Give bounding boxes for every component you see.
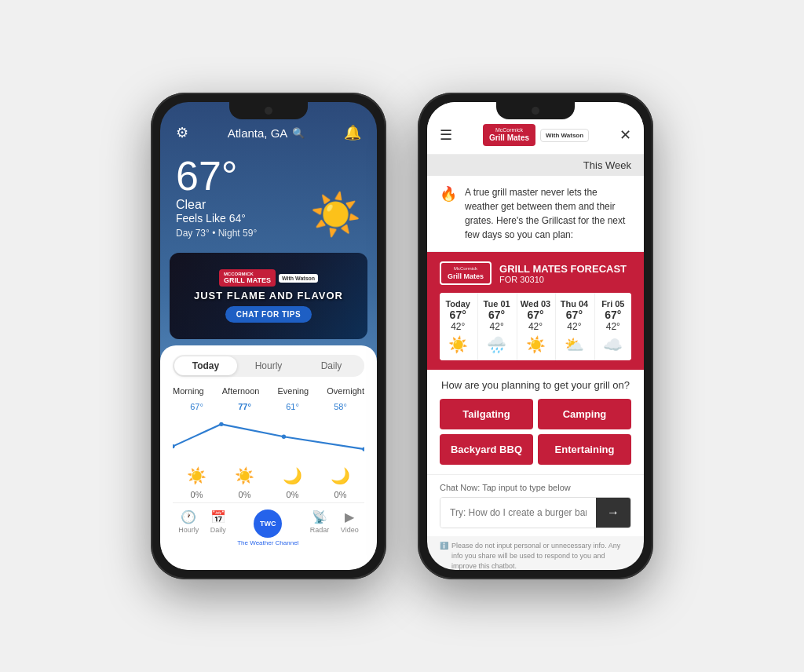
grillmates-screen: ☰ McCormick Grill Mates With Watson ✕ Th…	[427, 102, 644, 570]
day-icon-3: ⛅	[559, 335, 589, 354]
day-label-3: Thu 04	[559, 299, 589, 309]
nav-video-label: Video	[341, 526, 359, 534]
day-low-4: 42°	[598, 321, 628, 332]
icon-afternoon: ☀️	[221, 466, 269, 485]
banner-tagline: JUST FLAME AND FLAVOR	[194, 290, 343, 301]
grill-logo-badge: McCormick Grill Mates	[219, 269, 276, 287]
forecast-title-block: GRILL MATES FORECAST FOR 30310	[499, 263, 627, 284]
day-high-4: 67°	[598, 309, 628, 321]
tab-daily[interactable]: Daily	[300, 356, 363, 375]
weather-channel-icon: TWC	[254, 509, 282, 538]
temp-morning: 67°	[173, 402, 221, 411]
settings-icon[interactable]: ⚙	[176, 124, 188, 141]
label-evening: Evening	[277, 386, 309, 396]
day-high-2: 67°	[521, 309, 550, 321]
nav-radar[interactable]: 📡 Radar	[310, 509, 330, 546]
svg-point-2	[282, 435, 286, 439]
choice-camping[interactable]: Camping	[538, 399, 631, 429]
temp-evening: 61°	[269, 402, 316, 411]
nav-hourly[interactable]: 🕐 Hourly	[178, 509, 199, 546]
choice-backyard-bbq[interactable]: Backyard BBQ	[440, 434, 533, 465]
precip-afternoon: 0%	[221, 490, 269, 499]
chat-input-row: →	[440, 497, 631, 528]
camera	[265, 107, 272, 115]
disclaimer-text: ℹ️ Please do not input personal or unnec…	[427, 536, 644, 570]
current-weather: 67° Clear Feels Like 64° Day 73° • Night…	[160, 148, 377, 247]
gm-intro: 🔥 A true grill master never lets the wea…	[427, 176, 644, 252]
forecast-day-0: Today 67° 42° ☀️	[440, 293, 476, 360]
weather-detail-panel: Today Hourly Daily Morning Afternoon Eve…	[160, 345, 377, 570]
nav-twc-label: The Weather Channel	[237, 539, 298, 546]
temp-afternoon: 77°	[221, 402, 269, 411]
forecast-section: McCormick Grill Mates GRILL MATES FORECA…	[427, 252, 644, 370]
search-icon[interactable]: 🔍	[292, 127, 305, 139]
forecast-grid: Today 67° 42° ☀️ Tue 01 67° 42° 🌧️	[440, 293, 631, 360]
precipitation-row: 0% 0% 0% 0%	[173, 490, 364, 499]
svg-point-3	[362, 447, 364, 451]
grill-icon: 🔥	[440, 185, 457, 203]
forecast-day-2: Wed 03 67° 42° ☀️	[517, 293, 554, 360]
mccormick-text: McCormick	[489, 127, 529, 133]
day-label-1: Tue 01	[481, 299, 511, 309]
precip-morning: 0%	[173, 490, 221, 499]
nav-daily[interactable]: 📅 Daily	[210, 509, 226, 546]
icon-morning: ☀️	[173, 466, 221, 485]
bottom-navigation: 🕐 Hourly 📅 Daily TWC The Weather Channel	[173, 502, 364, 550]
choice-entertaining[interactable]: Entertaining	[538, 434, 631, 465]
forecast-logo: McCormick Grill Mates	[440, 261, 492, 285]
grill-choice-section: How are you planning to get your grill o…	[427, 370, 644, 474]
info-icon: ℹ️	[440, 541, 448, 570]
time-labels: Morning Afternoon Evening Overnight	[173, 386, 364, 396]
label-morning: Morning	[173, 386, 204, 396]
nav-weather-channel[interactable]: TWC The Weather Channel	[237, 509, 298, 546]
location-label[interactable]: Atlanta, GA 🔍	[228, 126, 305, 140]
day-icon-1: 🌧️	[481, 335, 511, 354]
tab-hourly[interactable]: Hourly	[237, 356, 300, 375]
day-high-3: 67°	[559, 309, 589, 321]
svg-point-1	[219, 422, 223, 426]
day-low-2: 42°	[521, 321, 550, 332]
choice-tailgating[interactable]: Tailgating	[440, 399, 533, 429]
bell-icon[interactable]: 🔔	[344, 124, 361, 141]
label-afternoon: Afternoon	[222, 386, 260, 396]
grill-mates-banner[interactable]: McCormick Grill Mates With Watson JUST F…	[170, 253, 367, 339]
this-week-bar: This Week	[427, 155, 644, 176]
grillmates-phone: ☰ McCormick Grill Mates With Watson ✕ Th…	[418, 93, 653, 579]
forecast-header: McCormick Grill Mates GRILL MATES FORECA…	[440, 261, 631, 285]
intro-text: A true grill master never lets the weath…	[465, 185, 631, 242]
grill-mates-logo-badge: McCormick Grill Mates	[483, 124, 535, 146]
precip-overnight: 0%	[316, 490, 364, 499]
choice-grid: Tailgating Camping Backyard BBQ Entertai…	[440, 399, 631, 465]
forecast-day-4: Fri 05 67° 42° ☁️	[594, 293, 631, 360]
notch	[229, 102, 308, 119]
location-text: Atlanta, GA	[228, 126, 288, 140]
day-label-2: Wed 03	[521, 299, 550, 309]
chat-send-button[interactable]: →	[596, 498, 630, 528]
chat-text-input[interactable]	[440, 498, 596, 528]
nav-video[interactable]: ▶ Video	[341, 509, 359, 546]
condition-icons: ☀️ ☀️ 🌙 🌙	[173, 466, 364, 485]
label-overnight: Overnight	[327, 386, 364, 396]
nav-daily-label: Daily	[210, 526, 226, 534]
calendar-icon: 📅	[210, 509, 226, 524]
grill-question: How are you planning to get your grill o…	[440, 379, 631, 391]
day-label-4: Fri 05	[598, 299, 628, 309]
this-week-label: This Week	[583, 159, 631, 171]
watson-badge-sm: With Watson	[279, 274, 318, 283]
weather-phone: ⚙ Atlanta, GA 🔍 🔔 67° Clear Feels Like 6…	[151, 93, 386, 579]
forecast-day-1: Tue 01 67° 42° 🌧️	[477, 293, 514, 360]
tab-today[interactable]: Today	[174, 356, 237, 375]
hamburger-menu-icon[interactable]: ☰	[440, 126, 452, 144]
radar-icon: 📡	[312, 509, 327, 524]
weather-screen: ⚙ Atlanta, GA 🔍 🔔 67° Clear Feels Like 6…	[160, 102, 377, 570]
day-label-0: Today	[443, 299, 473, 309]
day-low-3: 42°	[559, 321, 589, 332]
icon-evening: 🌙	[269, 466, 316, 485]
disclaimer-content: Please do not input personal or unnecess…	[451, 541, 631, 570]
chat-cta-button[interactable]: CHAT FOR TIPS	[225, 306, 312, 323]
clock-icon: 🕐	[181, 509, 196, 524]
grillmates-app: ☰ McCormick Grill Mates With Watson ✕ Th…	[427, 102, 644, 570]
close-icon[interactable]: ✕	[619, 126, 631, 144]
day-icon-2: ☀️	[521, 335, 550, 354]
camera-2	[532, 107, 539, 115]
